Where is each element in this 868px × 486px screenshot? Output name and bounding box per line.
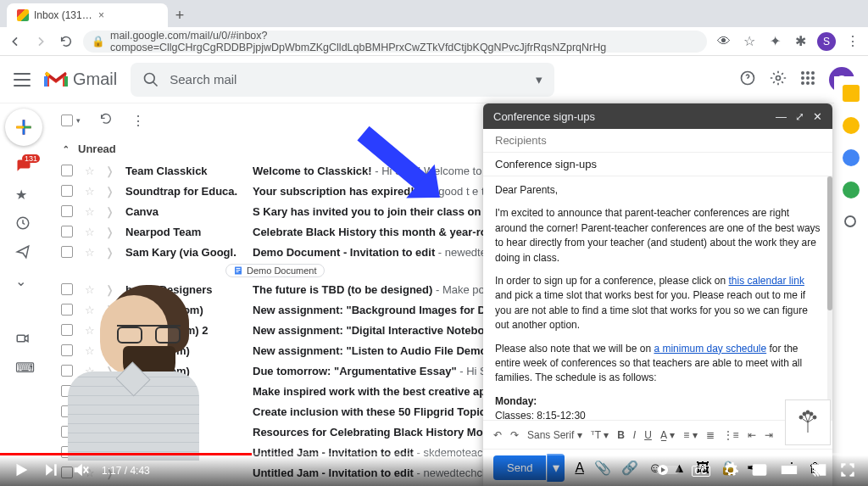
text-color-button[interactable]: A̲ ▾ bbox=[660, 429, 675, 441]
row-checkbox[interactable] bbox=[61, 283, 73, 295]
font-size-select[interactable]: ᵀT ▾ bbox=[591, 429, 609, 441]
row-checkbox[interactable] bbox=[61, 205, 73, 217]
forward-button[interactable] bbox=[32, 33, 49, 50]
refresh-button[interactable] bbox=[99, 112, 113, 129]
calendar-addon-icon[interactable] bbox=[843, 85, 860, 102]
svg-rect-17 bbox=[236, 271, 239, 272]
tab-title: Inbox (131) - skdemoteacher@ bbox=[34, 9, 93, 21]
svg-rect-16 bbox=[236, 270, 241, 271]
recipients-field[interactable]: Recipients bbox=[483, 129, 832, 153]
row-checkbox[interactable] bbox=[61, 165, 73, 176]
expand-compose-icon[interactable]: ⤢ bbox=[795, 110, 804, 123]
attachment-chip[interactable]: Demo Document bbox=[225, 264, 325, 277]
bold-button[interactable]: B bbox=[617, 429, 625, 441]
browser-profile-avatar[interactable]: S bbox=[817, 32, 836, 51]
close-tab-icon[interactable]: × bbox=[98, 9, 158, 21]
more-nav-icon[interactable]: ⌄ bbox=[15, 273, 32, 290]
font-family-select[interactable]: Sans Serif ▾ bbox=[527, 429, 582, 441]
contacts-addon-icon[interactable] bbox=[843, 182, 860, 198]
importance-marker-icon[interactable]: ❭ bbox=[105, 226, 115, 238]
star-icon[interactable]: ☆ bbox=[85, 246, 97, 259]
browser-tab[interactable]: Inbox (131) - skdemoteacher@ × bbox=[7, 3, 168, 27]
back-button[interactable] bbox=[7, 33, 24, 50]
fullscreen-button[interactable] bbox=[839, 461, 856, 481]
compose-body[interactable]: Dear Parents, I'm excited to announce th… bbox=[483, 176, 832, 420]
star-icon[interactable]: ☆ bbox=[85, 205, 97, 218]
snoozed-nav-icon[interactable] bbox=[15, 215, 32, 232]
puzzle-extensions-icon[interactable]: ✦ bbox=[766, 33, 783, 50]
indent-more-button[interactable]: ⇥ bbox=[765, 429, 773, 441]
star-bookmark-icon[interactable]: ☆ bbox=[741, 33, 758, 50]
search-mail-box[interactable]: Search mail ▾ bbox=[131, 63, 554, 97]
numbered-list-button[interactable]: ≣ bbox=[706, 429, 715, 441]
compose-title: Conference sign-ups bbox=[493, 110, 767, 123]
importance-marker-icon[interactable]: ❭ bbox=[105, 246, 115, 259]
address-bar[interactable]: 🔒 mail.google.com/mail/u/0/#inbox?compos… bbox=[83, 31, 707, 53]
row-checkbox[interactable] bbox=[61, 226, 73, 237]
channel-watermark[interactable] bbox=[785, 399, 831, 445]
underline-button[interactable]: U bbox=[644, 429, 652, 441]
row-checkbox[interactable] bbox=[61, 185, 73, 197]
subject-line: Your subscription has expired! - All goo… bbox=[253, 185, 520, 198]
bulleted-list-button[interactable]: ⋮≡ bbox=[723, 429, 739, 441]
svg-point-20 bbox=[813, 416, 816, 419]
importance-marker-icon[interactable]: ❭ bbox=[105, 205, 115, 218]
redo-icon[interactable]: ↷ bbox=[510, 429, 519, 441]
sent-nav-icon[interactable] bbox=[15, 244, 32, 261]
play-button[interactable] bbox=[12, 461, 31, 482]
undo-icon[interactable]: ↶ bbox=[493, 429, 502, 441]
star-icon[interactable]: ☆ bbox=[85, 226, 97, 238]
reload-button[interactable] bbox=[58, 33, 75, 50]
settings-button[interactable] bbox=[722, 461, 739, 481]
next-button[interactable] bbox=[42, 461, 59, 481]
section-label: Unread bbox=[78, 142, 116, 155]
cast-button[interactable] bbox=[810, 461, 827, 481]
video-player-controls: 1:17 / 4:43 CC bbox=[0, 455, 868, 486]
search-dropdown-icon[interactable]: ▾ bbox=[536, 72, 542, 87]
miniplayer-button[interactable] bbox=[751, 461, 768, 481]
eye-extension-icon[interactable]: 👁 bbox=[715, 33, 732, 50]
captions-button[interactable]: CC bbox=[692, 466, 710, 477]
tasks-addon-icon[interactable] bbox=[843, 149, 860, 166]
subject-line: S Kary has invited you to join their cla… bbox=[253, 205, 517, 218]
row-checkbox[interactable] bbox=[61, 246, 73, 258]
more-actions-button[interactable]: ⋮ bbox=[131, 113, 145, 129]
gmail-logo[interactable]: Gmail bbox=[44, 70, 117, 89]
compose-button[interactable] bbox=[5, 109, 42, 146]
theater-mode-button[interactable] bbox=[780, 461, 798, 481]
mute-button[interactable] bbox=[71, 461, 90, 482]
addon-icon[interactable] bbox=[843, 214, 860, 231]
keep-addon-icon[interactable] bbox=[843, 117, 860, 134]
meet-video-icon[interactable] bbox=[15, 331, 32, 348]
align-button[interactable]: ≡ ▾ bbox=[683, 429, 697, 441]
extension-icon[interactable]: ✱ bbox=[792, 33, 809, 50]
support-icon[interactable] bbox=[739, 70, 756, 90]
inbox-nav-icon[interactable]: 131 bbox=[15, 158, 32, 175]
star-icon[interactable]: ☆ bbox=[85, 185, 97, 198]
calendar-link[interactable]: this calendar link bbox=[729, 275, 804, 287]
importance-marker-icon[interactable]: ❭ bbox=[105, 165, 115, 177]
italic-button[interactable]: I bbox=[633, 429, 636, 441]
schedule-link[interactable]: a minimum day schedule bbox=[654, 343, 766, 355]
svg-point-4 bbox=[806, 71, 810, 75]
importance-marker-icon[interactable]: ❭ bbox=[105, 185, 115, 198]
apps-grid-icon[interactable] bbox=[800, 70, 815, 89]
subject-field[interactable]: Conference sign-ups bbox=[483, 153, 832, 176]
autoplay-toggle[interactable] bbox=[656, 464, 680, 478]
close-compose-icon[interactable]: ✕ bbox=[813, 110, 822, 123]
minimize-compose-icon[interactable]: — bbox=[776, 110, 787, 123]
compose-window: Conference sign-ups — ⤢ ✕ Recipients Con… bbox=[483, 103, 832, 486]
select-all-checkbox[interactable]: ▾ bbox=[61, 115, 81, 126]
new-tab-button[interactable]: + bbox=[168, 3, 192, 27]
compose-titlebar[interactable]: Conference sign-ups — ⤢ ✕ bbox=[483, 103, 832, 129]
keyboard-icon[interactable]: ⌨ bbox=[15, 360, 32, 377]
indent-less-button[interactable]: ⇤ bbox=[748, 429, 756, 441]
svg-point-9 bbox=[801, 81, 804, 85]
settings-gear-icon[interactable] bbox=[770, 70, 787, 90]
compose-scrollbar[interactable] bbox=[827, 176, 832, 420]
starred-nav-icon[interactable]: ★ bbox=[15, 187, 32, 204]
star-icon[interactable]: ☆ bbox=[85, 165, 97, 177]
lock-icon: 🔒 bbox=[92, 35, 105, 47]
browser-menu-icon[interactable]: ⋮ bbox=[844, 33, 861, 50]
main-menu-button[interactable] bbox=[14, 73, 31, 87]
